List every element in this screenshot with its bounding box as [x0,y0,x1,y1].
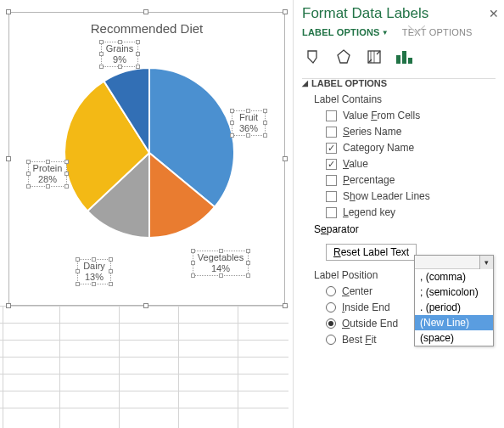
checkbox-icon: ✓ [326,159,337,170]
radio-icon [326,286,336,296]
data-label-protein[interactable]: Protein 28% [28,161,67,187]
chk-percentage[interactable]: Percentage [326,174,496,186]
separator-option[interactable]: (space) [415,330,493,346]
resize-handle[interactable] [6,9,11,14]
chk-label: Percentage [343,174,395,186]
effects-icon[interactable] [334,48,353,66]
checkbox-icon: ✓ [326,143,337,154]
collapse-icon: ◢ [302,79,308,87]
resize-handle[interactable] [283,303,288,308]
chk-label: Category Name [343,142,414,154]
resize-handle[interactable] [143,9,148,14]
label-val: 36% [239,123,258,133]
label-cat: Fruit [239,112,258,122]
resize-handle[interactable] [143,303,148,308]
separator-option[interactable]: ; (semicolon) [415,284,493,300]
data-label-fruit[interactable]: Fruit 36% [232,110,266,136]
label-contains-heading: Label Contains [314,93,496,105]
pie-plot[interactable] [60,64,238,242]
resize-handle[interactable] [283,9,288,14]
chk-show-leader-lines[interactable]: Show Leader Lines [326,190,496,202]
chevron-down-icon: ▼ [382,29,389,37]
separator-option[interactable]: , (comma) [415,269,493,284]
label-cat: Protein [33,163,63,173]
label-val: 14% [211,263,230,273]
chk-label: Value [343,158,368,170]
separator-dropdown[interactable]: ▾ , (comma); (semicolon). (period)(New L… [414,255,494,346]
cells-region [0,306,288,428]
chart-title[interactable]: Recommended Diet [9,21,284,36]
label-val: 13% [85,272,104,282]
size-properties-icon[interactable] [365,48,384,66]
chk-series-name[interactable]: Series Name [326,126,496,138]
radio-icon [326,318,336,329]
resize-handle[interactable] [6,303,11,308]
resize-handle[interactable] [6,156,11,161]
chk-value-from-cells[interactable]: Value From Cells [326,110,496,121]
radio-icon [326,302,336,313]
dropdown-header[interactable]: ▾ [415,256,493,269]
label-val: 9% [113,54,126,65]
resize-handle[interactable] [283,156,288,161]
label-cat: Grains [106,43,133,54]
svg-marker-0 [338,50,350,63]
chevron-down-icon[interactable]: ▾ [479,256,493,269]
checkbox-icon [326,110,337,121]
separator-label: Separator [314,223,359,235]
tab-label: LABEL OPTIONS [302,27,380,37]
label-options-section-header[interactable]: ◢ LABEL OPTIONS [302,78,496,88]
tab-label-options[interactable]: LABEL OPTIONS▼ [302,25,389,39]
checkbox-icon [326,127,337,138]
separator-option[interactable]: (New Line) [415,315,493,330]
svg-rect-2 [396,55,400,64]
data-label-dairy[interactable]: Dairy 13% [77,259,111,284]
section-title: LABEL OPTIONS [311,78,387,88]
label-cat: Vegetables [198,252,244,262]
label-options-icon[interactable] [395,48,414,66]
radio-icon [326,335,336,345]
worksheet-area: Recommended Diet Fruit 36% Vegetables 14… [0,0,288,428]
separator-option[interactable]: . (period) [415,300,493,315]
active-tab-caret-icon [408,25,425,34]
checkbox-icon [326,207,337,218]
fill-line-icon[interactable] [304,48,322,66]
panel-title: Format Data Labels [294,0,504,24]
checkbox-icon [326,191,337,202]
radio-label: Outside End [342,318,398,329]
chk-legend-key[interactable]: Legend key [326,206,496,218]
chk-category-name[interactable]: ✓ Category Name [326,142,496,154]
chk-label: Legend key [343,206,395,218]
chart-object[interactable]: Recommended Diet Fruit 36% Vegetables 14… [8,12,285,306]
label-val: 28% [38,174,57,184]
radio-label: Center [342,285,372,297]
chk-label: Series Name [343,126,401,138]
radio-label: Inside End [342,301,390,313]
reset-label-text-button[interactable]: Reset Label Text [326,244,417,261]
label-cat: Dairy [83,261,105,271]
data-label-vegetables[interactable]: Vegetables 14% [193,251,249,276]
format-data-labels-panel: Format Data Labels ✕ LABEL OPTIONS▼ TEXT… [293,0,504,428]
close-icon[interactable]: ✕ [489,7,499,20]
chk-value[interactable]: ✓ Value [326,158,496,170]
chk-label: Value From Cells [343,110,420,121]
radio-label: Best Fit [342,334,377,346]
data-label-grains[interactable]: Grains 9% [101,42,138,67]
svg-rect-4 [408,58,412,64]
chk-label: Show Leader Lines [343,190,430,202]
checkbox-icon [326,175,337,186]
panel-icon-tabs [294,44,504,66]
svg-rect-3 [402,51,406,64]
